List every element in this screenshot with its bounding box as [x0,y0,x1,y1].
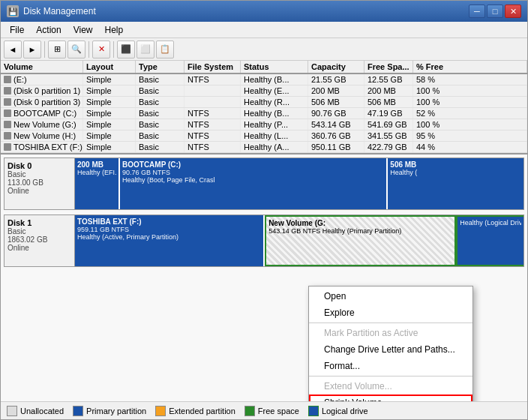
table-row[interactable]: (Disk 0 partition 1) Simple Basic Health… [1,86,527,97]
toolbar-btn-8[interactable]: 📋 [156,40,174,58]
cell-pct-4: 100 % [413,119,527,130]
cell-status-2: Healthy (R... [241,97,308,107]
cell-volume-1: (Disk 0 partition 1) [1,86,83,96]
disk0-partitions: 200 MB Healthy (EFI... BOOTCAMP (C:) 90.… [75,158,524,210]
table-row[interactable]: BOOTCAMP (C:) Simple Basic NTFS Healthy … [1,108,527,119]
partition-label: 506 MB [390,160,521,169]
legend-logical-label: Logical drive [322,406,368,416]
menu-action[interactable]: Action [30,23,67,37]
col-header-volume[interactable]: Volume [1,61,83,73]
partition-detail: Healthy ( [390,169,521,176]
col-header-layout[interactable]: Layout [83,61,136,73]
cell-type-2: Basic [136,97,184,107]
forward-button[interactable]: ► [23,40,41,58]
cell-layout-5: Simple [83,130,136,141]
disk1-info: Disk 1 Basic 1863.02 GB Online [4,214,75,267]
toolbar-separator-3 [113,41,114,58]
context-menu: Open Explore Mark Partition as Active Ch… [308,286,473,401]
cell-free-6: 422.79 GB [364,142,413,152]
disk0-efi-partition[interactable]: 200 MB Healthy (EFI... [75,158,120,209]
legend-freespace-color [244,406,255,416]
disk0-info: Disk 0 Basic 113.00 GB Online [4,158,75,210]
disk0-bootcamp-partition[interactable]: BOOTCAMP (C:) 90.76 GB NTFS Healthy (Boo… [120,158,388,209]
toolbar-btn-5[interactable]: ✕ [92,40,110,58]
cell-fs-5: NTFS [184,130,241,141]
cell-free-2: 506 MB [364,97,413,107]
legend-unallocated-label: Unallocated [20,406,64,416]
cell-type-0: Basic [136,74,184,85]
toolbar-btn-7[interactable]: ⬜ [136,40,154,58]
partition-label: New Volume (G: [268,219,452,227]
cell-capacity-6: 950.11 GB [308,142,364,152]
ctx-open[interactable]: Open [309,288,472,304]
legend-logical-color [308,406,319,416]
cell-capacity-3: 90.76 GB [308,108,364,118]
cell-type-1: Basic [136,86,184,96]
cell-layout-0: Simple [83,74,136,85]
col-header-pctfree[interactable]: % Free [413,61,527,73]
disk1-size: 1863.02 GB [8,236,71,244]
disk0-size: 113.00 GB [8,178,71,187]
toolbar-btn-4[interactable]: 🔍 [68,40,86,58]
ctx-explore[interactable]: Explore [309,304,472,321]
disk1-name: Disk 1 [8,218,71,227]
cell-fs-0: NTFS [184,74,241,85]
ctx-shrink[interactable]: Shrink Volume... [309,394,472,401]
menu-file[interactable]: File [4,23,30,37]
table-row[interactable]: TOSHIBA EXT (F:) Simple Basic NTFS Healt… [1,142,527,153]
legend-logical: Logical drive [308,406,368,416]
cell-free-1: 200 MB [364,86,413,96]
ctx-format[interactable]: Format... [309,358,472,374]
col-header-fs[interactable]: File System [184,61,241,73]
cell-fs-3: NTFS [184,108,241,118]
cell-fs-6: NTFS [184,142,241,152]
cell-pct-6: 44 % [413,142,527,152]
disk0-506-partition[interactable]: 506 MB Healthy ( [388,158,524,209]
table-row[interactable]: New Volume (G:) Simple Basic NTFS Health… [1,119,527,130]
back-button[interactable]: ◄ [4,40,22,58]
legend-extended-label: Extended partition [169,406,236,416]
cell-pct-1: 100 % [413,86,527,96]
cell-status-3: Healthy (B... [241,108,308,118]
menu-help[interactable]: Help [99,23,130,37]
cell-status-0: Healthy (B... [241,74,308,85]
col-header-freespace[interactable]: Free Spa... [364,61,413,73]
cell-capacity-1: 200 MB [308,86,364,96]
toolbar-btn-3[interactable]: ⊞ [48,40,66,58]
cell-layout-2: Simple [83,97,136,107]
table-row[interactable]: (Disk 0 partition 3) Simple Basic Health… [1,97,527,108]
table-row[interactable]: (E:) Simple Basic NTFS Healthy (B... 21.… [1,74,527,86]
partition-detail: 959.11 GB NTFS Healthy (Active, Primary … [77,226,261,241]
legend: Unallocated Primary partition Extended p… [1,401,527,419]
legend-primary: Primary partition [73,406,146,416]
col-header-capacity[interactable]: Capacity [308,61,364,73]
disk1-toshiba-partition[interactable]: TOSHIBA EXT (F:) 959.11 GB NTFS Healthy … [75,215,265,266]
window-title: Disk Management [23,6,96,16]
disk0-status: Online [8,187,71,195]
cell-layout-1: Simple [83,86,136,96]
maximize-button[interactable]: □ [487,4,503,18]
disk1-newvol-partition[interactable]: New Volume (G: 543.14 GB NTFS Healthy (P… [265,215,456,266]
toolbar-btn-6[interactable]: ⬛ [117,40,135,58]
cell-free-0: 12.55 GB [364,74,413,85]
ctx-separator-1 [309,322,472,323]
disk-visual: Disk 0 Basic 113.00 GB Online 200 MB Hea… [1,153,527,401]
cell-status-4: Healthy (P... [241,119,308,130]
table-header: Volume Layout Type File System Status Ca… [1,61,527,74]
cell-status-1: Healthy (E... [241,86,308,96]
disk1-logical-partition[interactable]: Healthy (Logical Drive) [456,215,524,266]
cell-volume-3: BOOTCAMP (C:) [1,108,83,118]
ctx-change-letter[interactable]: Change Drive Letter and Paths... [309,341,472,358]
table-row[interactable]: New Volume (H:) Simple Basic NTFS Health… [1,130,527,142]
menu-view[interactable]: View [68,23,99,37]
disk1-partitions: TOSHIBA EXT (F:) 959.11 GB NTFS Healthy … [75,214,524,267]
cell-pct-3: 52 % [413,108,527,118]
minimize-button[interactable]: ─ [469,4,485,18]
cell-layout-3: Simple [83,108,136,118]
col-header-type[interactable]: Type [136,61,184,73]
col-header-status[interactable]: Status [241,61,308,73]
partition-detail: 543.14 GB NTFS Healthy (Primary Partitio… [268,227,452,235]
close-button[interactable]: ✕ [505,4,521,18]
cell-layout-4: Simple [83,119,136,130]
window-controls: ─ □ ✕ [469,4,521,18]
